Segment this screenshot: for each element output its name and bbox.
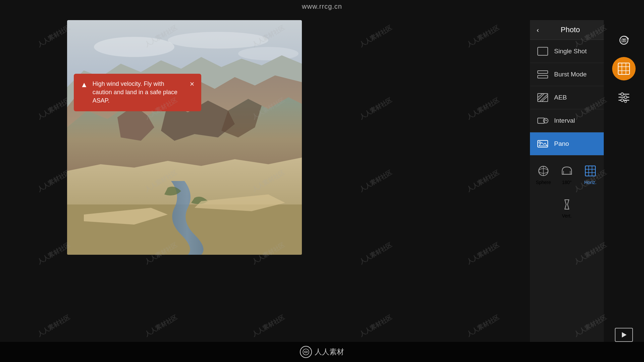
settings-button[interactable] (614, 87, 634, 107)
panel-title: Photo (542, 25, 598, 34)
pano-icon (537, 138, 549, 150)
svg-point-45 (625, 101, 627, 103)
pano-vert-row: Vert. (530, 194, 604, 228)
interval-icon (537, 115, 549, 127)
svg-rect-6 (538, 71, 548, 73)
rotate-camera-button[interactable] (614, 30, 634, 50)
panel-header: ‹ Photo (530, 20, 604, 40)
svg-rect-25 (585, 166, 595, 176)
single-shot-label: Single Shot (554, 48, 587, 55)
site-logo: 人人素材 (300, 346, 344, 358)
bottom-bar: 人人素材 (0, 342, 644, 362)
aeb-label: AEB (554, 94, 567, 101)
pano-180[interactable]: 180° (557, 162, 577, 188)
pano-suboptions: Sphere 180° (530, 156, 604, 194)
svg-point-2 (168, 32, 268, 49)
svg-point-40 (621, 93, 624, 96)
pano-vert[interactable]: Vert. (559, 196, 574, 221)
back-button[interactable]: ‹ (537, 26, 539, 34)
photo-panel: ‹ Photo Single Shot Burst Mode (530, 20, 604, 342)
logo-circle-icon (300, 346, 312, 358)
warning-close-button[interactable]: ✕ (190, 80, 195, 88)
menu-item-pano[interactable]: Pano (530, 132, 604, 156)
burst-mode-icon (537, 68, 549, 80)
logo-text: 人人素材 (315, 347, 344, 357)
side-toolbar (610, 20, 637, 342)
menu-item-interval[interactable]: Interval (530, 109, 604, 132)
warning-toast: ▲ High wind velocity. Fly with caution a… (74, 74, 201, 111)
svg-point-3 (238, 47, 299, 60)
svg-marker-46 (622, 332, 627, 338)
burst-mode-label: Burst Mode (554, 71, 587, 78)
menu-item-single-shot[interactable]: Single Shot (530, 40, 604, 63)
warning-message: High wind velocity. Fly with caution and… (93, 80, 185, 105)
pano-horiz[interactable]: Horiz. (580, 162, 600, 188)
menu-list: Single Shot Burst Mode (530, 40, 604, 342)
svg-rect-34 (618, 63, 630, 74)
sphere-label: Sphere (536, 180, 551, 185)
svg-point-44 (621, 99, 624, 102)
pano-sphere[interactable]: Sphere (533, 162, 553, 188)
horiz-label: Horiz. (584, 180, 597, 185)
vert-label: Vert. (562, 213, 572, 219)
svg-rect-5 (538, 47, 548, 55)
single-shot-icon (537, 45, 549, 57)
interval-label: Interval (554, 117, 575, 124)
top-url: www.rrcg.cn (302, 3, 342, 10)
aeb-icon (537, 92, 549, 104)
menu-item-burst-mode[interactable]: Burst Mode (530, 63, 604, 86)
svg-point-42 (624, 96, 627, 99)
shoot-button[interactable] (612, 57, 636, 80)
warning-triangle-icon: ▲ (80, 80, 88, 89)
svg-point-1 (94, 37, 174, 57)
svg-point-19 (539, 142, 541, 143)
svg-point-33 (623, 40, 625, 41)
menu-item-aeb[interactable]: AEB (530, 86, 604, 109)
pano-180-label: 180° (562, 180, 572, 185)
svg-point-47 (303, 349, 309, 355)
svg-rect-7 (538, 75, 548, 78)
play-button[interactable] (615, 328, 633, 342)
camera-view (67, 20, 302, 255)
pano-label: Pano (554, 140, 569, 147)
